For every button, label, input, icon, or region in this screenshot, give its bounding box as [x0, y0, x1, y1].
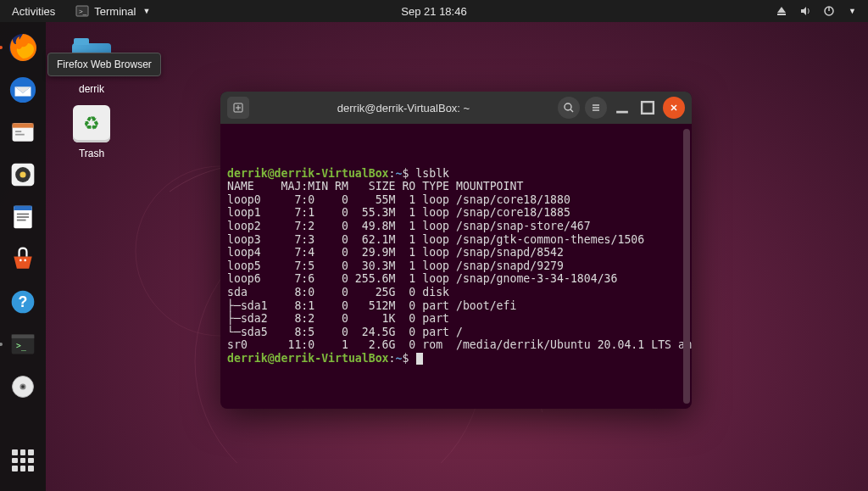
terminal-icon: >_: [9, 331, 36, 358]
trash-label: Trash: [61, 148, 122, 159]
dock: ? >_: [0, 22, 46, 491]
svg-line-11: [570, 109, 573, 112]
help-icon: ?: [9, 288, 36, 315]
window-titlebar[interactable]: derrik@derrik-VirtualBox: ~: [220, 92, 692, 124]
dock-files[interactable]: [4, 114, 42, 151]
dock-thunderbird[interactable]: [4, 71, 42, 109]
svg-rect-32: [17, 220, 26, 221]
thunderbird-icon: [8, 75, 37, 104]
svg-text:?: ?: [19, 293, 28, 310]
power-icon[interactable]: [823, 5, 835, 17]
menu-button[interactable]: [585, 97, 607, 119]
svg-rect-16: [642, 102, 654, 114]
svg-rect-29: [14, 206, 31, 210]
svg-rect-24: [15, 134, 25, 136]
dock-software[interactable]: [4, 241, 42, 278]
dock-tooltip: Firefox Web Browser: [47, 53, 161, 76]
svg-text:>_: >_: [79, 8, 87, 15]
show-applications[interactable]: [4, 442, 42, 479]
chevron-down-icon: ▼: [849, 7, 856, 15]
terminal-window[interactable]: derrik@derrik-VirtualBox: ~ derrik@derri…: [220, 92, 692, 409]
svg-point-10: [565, 103, 571, 110]
window-title: derrik@derrik-VirtualBox: ~: [254, 102, 553, 114]
svg-rect-31: [17, 216, 29, 218]
files-icon: [9, 119, 36, 146]
dock-rhythmbox[interactable]: [4, 156, 42, 193]
svg-rect-38: [12, 334, 35, 338]
firefox-icon: [8, 32, 38, 63]
cd-icon: [9, 373, 36, 400]
svg-point-34: [24, 259, 26, 262]
terminal-menu-icon: >_: [75, 4, 89, 18]
trash-icon: ♻: [71, 103, 112, 144]
writer-icon: [9, 204, 36, 231]
new-tab-button[interactable]: [227, 97, 249, 119]
home-folder-label: derrik: [61, 83, 122, 95]
top-panel: Activities >_ Terminal ▼ Sep 21 18:46 ▼: [0, 0, 868, 22]
rhythmbox-icon: [9, 161, 36, 188]
svg-text:>_: >_: [16, 341, 26, 351]
minimize-button[interactable]: [612, 98, 632, 118]
svg-rect-22: [13, 123, 34, 127]
system-tray[interactable]: ▼: [776, 5, 868, 17]
terminal-body[interactable]: derrik@derrik-VirtualBox:~$ lsblkNAME MA…: [220, 124, 692, 409]
svg-rect-2: [777, 14, 786, 15]
dock-help[interactable]: ?: [4, 283, 42, 321]
svg-rect-30: [17, 214, 29, 215]
volume-icon[interactable]: [799, 5, 811, 17]
search-button[interactable]: [558, 97, 580, 119]
dock-disc[interactable]: [4, 368, 42, 405]
software-icon: [9, 246, 36, 273]
dock-terminal[interactable]: >_: [4, 326, 42, 363]
scrollbar[interactable]: [683, 129, 690, 404]
svg-point-27: [19, 171, 25, 177]
close-button[interactable]: [663, 97, 685, 119]
trash[interactable]: ♻ Trash: [61, 103, 122, 159]
desktop[interactable]: derrik ♻ Trash Firefox Web Browser derri…: [0, 22, 868, 491]
maximize-button[interactable]: [637, 98, 658, 118]
app-menu[interactable]: >_ Terminal ▼: [67, 4, 159, 18]
dock-firefox[interactable]: [4, 29, 42, 66]
clock[interactable]: Sep 21 18:46: [401, 5, 466, 18]
activities-button[interactable]: Activities: [0, 5, 67, 18]
dock-writer[interactable]: [4, 198, 42, 236]
network-icon[interactable]: [776, 5, 787, 17]
svg-point-43: [21, 385, 25, 388]
svg-point-33: [19, 259, 22, 262]
app-menu-label: Terminal: [94, 5, 136, 18]
chevron-down-icon: ▼: [142, 7, 150, 15]
svg-rect-23: [15, 131, 21, 132]
apps-grid-icon: [12, 449, 34, 471]
